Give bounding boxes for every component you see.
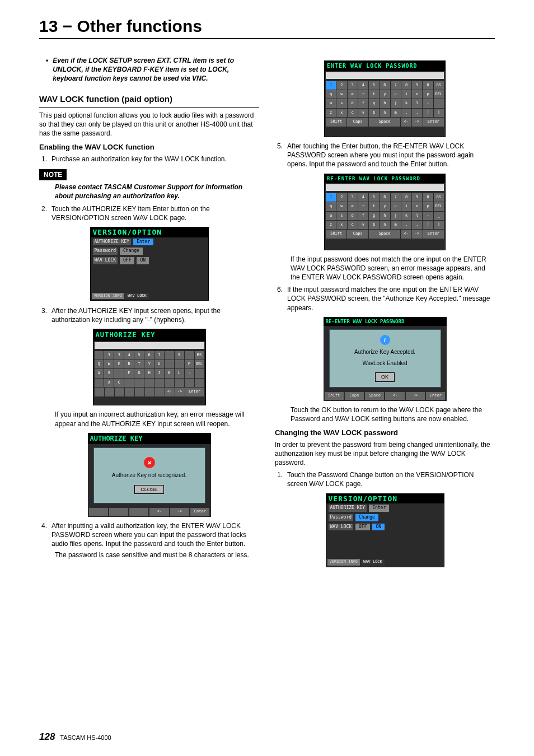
kb-key[interactable]: 3 bbox=[104, 351, 114, 360]
kb-key[interactable]: x bbox=[336, 221, 346, 229]
kb-key[interactable]: _ bbox=[434, 99, 444, 108]
kb-key[interactable] bbox=[185, 351, 194, 360]
kb-key[interactable]: DEL bbox=[434, 202, 444, 211]
kb-key[interactable]: Enter bbox=[423, 118, 444, 126]
kb-key[interactable]: m bbox=[391, 109, 401, 117]
kb-key[interactable]: T bbox=[134, 360, 144, 368]
kb-key[interactable] bbox=[125, 388, 134, 396]
kb-key[interactable]: o bbox=[412, 202, 422, 211]
kb-key[interactable]: - bbox=[185, 369, 194, 377]
kb-key[interactable]: j bbox=[391, 212, 401, 220]
kb-key[interactable]: Space bbox=[369, 230, 400, 238]
kb-key[interactable] bbox=[135, 388, 144, 396]
kb-key[interactable]: m bbox=[391, 221, 401, 229]
kb-key[interactable]: s bbox=[336, 212, 346, 220]
kb-key[interactable] bbox=[124, 379, 134, 387]
kb-key[interactable]: , bbox=[401, 109, 411, 117]
kb-key[interactable]: 9 bbox=[412, 81, 422, 90]
kb-key[interactable]: y bbox=[380, 90, 390, 99]
kb-key[interactable] bbox=[165, 379, 174, 387]
kb-input[interactable] bbox=[326, 72, 444, 79]
kb-key[interactable]: , bbox=[401, 221, 411, 229]
kb-key[interactable]: BS bbox=[434, 81, 444, 90]
kb-key[interactable]: - bbox=[423, 212, 433, 220]
kb-key[interactable]: . bbox=[412, 221, 422, 229]
enter-button[interactable]: Enter bbox=[133, 239, 153, 246]
kb-key[interactable]: BS bbox=[195, 351, 204, 360]
kb-key[interactable]: i bbox=[401, 90, 411, 99]
kb-key[interactable]: z bbox=[326, 109, 336, 117]
kb-key[interactable] bbox=[144, 379, 154, 387]
kb-key[interactable]: 6 bbox=[380, 193, 390, 202]
kb-key[interactable]: u bbox=[391, 90, 401, 99]
kb-key[interactable]: [ bbox=[423, 221, 433, 229]
kb-key[interactable] bbox=[195, 369, 204, 377]
kb-key[interactable]: 5 bbox=[369, 193, 379, 202]
kb-key[interactable]: f bbox=[358, 99, 368, 108]
kb-key[interactable]: w bbox=[336, 202, 346, 211]
kb-key[interactable]: p bbox=[423, 202, 433, 211]
kb-key[interactable]: <- bbox=[401, 118, 411, 126]
kb-key[interactable] bbox=[155, 388, 165, 396]
kb-key[interactable]: <- bbox=[401, 230, 411, 238]
on-button[interactable]: ON bbox=[137, 257, 149, 264]
close-button[interactable]: CLOSE bbox=[134, 485, 164, 494]
off-button[interactable]: OFF bbox=[120, 257, 134, 264]
kb-key[interactable]: 3 bbox=[114, 351, 124, 360]
kb-key[interactable]: l bbox=[412, 99, 422, 108]
kb-key[interactable]: 2 bbox=[336, 193, 346, 202]
kb-key[interactable]: k bbox=[401, 212, 411, 220]
kb-key[interactable] bbox=[114, 369, 124, 377]
kb-key[interactable]: 4 bbox=[358, 193, 368, 202]
kb-key[interactable]: ] bbox=[434, 109, 444, 117]
kb-key[interactable]: X bbox=[104, 379, 114, 387]
kb-key[interactable] bbox=[175, 360, 184, 368]
kb-key[interactable]: 8 bbox=[401, 81, 411, 90]
kb-key[interactable]: e bbox=[348, 202, 358, 211]
kb-key[interactable] bbox=[185, 379, 194, 387]
on-button[interactable]: ON bbox=[372, 524, 385, 531]
kb-key[interactable]: n bbox=[380, 109, 390, 117]
kb-key[interactable]: h bbox=[380, 99, 390, 108]
kb-key[interactable]: Q bbox=[95, 360, 104, 368]
kb-key[interactable]: 0 bbox=[423, 193, 433, 202]
tab-version-info[interactable]: VERSION INFO bbox=[92, 293, 125, 299]
kb-key[interactable]: b bbox=[369, 109, 379, 117]
kb-key[interactable]: [ bbox=[423, 109, 433, 117]
kb-key[interactable]: j bbox=[391, 99, 401, 108]
kb-key[interactable] bbox=[195, 379, 204, 387]
kb-key[interactable]: p bbox=[423, 90, 433, 99]
tab-version-info[interactable]: VERSION INFO bbox=[327, 559, 360, 565]
kb-key[interactable]: c bbox=[348, 221, 358, 229]
kb-key[interactable]: f bbox=[358, 212, 368, 220]
kb-key[interactable]: 7 bbox=[391, 193, 401, 202]
kb-key[interactable]: e bbox=[348, 90, 358, 99]
kb-key[interactable] bbox=[95, 388, 104, 396]
kb-key[interactable]: x bbox=[336, 109, 346, 117]
kb-key[interactable]: 9 bbox=[412, 193, 422, 202]
off-button[interactable]: OFF bbox=[355, 524, 370, 531]
kb-key[interactable]: K bbox=[165, 369, 174, 377]
kb-key[interactable]: b bbox=[369, 221, 379, 229]
kb-key[interactable]: J bbox=[154, 369, 164, 377]
kb-key[interactable]: z bbox=[326, 221, 336, 229]
kb-key[interactable]: H bbox=[144, 369, 154, 377]
kb-key[interactable]: Y bbox=[144, 360, 154, 368]
kb-key[interactable]: r bbox=[358, 90, 368, 99]
tab-wav-lock[interactable]: WAV LOCK bbox=[361, 559, 385, 565]
kb-key[interactable]: t bbox=[369, 90, 379, 99]
kb-key[interactable]: d bbox=[348, 212, 358, 220]
kb-key[interactable]: w bbox=[336, 90, 346, 99]
kb-key[interactable]: Caps bbox=[347, 118, 368, 126]
kb-key[interactable]: -> bbox=[412, 230, 423, 238]
kb-key[interactable] bbox=[154, 379, 164, 387]
kb-key[interactable]: 4 bbox=[124, 351, 134, 360]
kb-key[interactable]: a bbox=[326, 212, 336, 220]
kb-key[interactable]: C bbox=[114, 379, 124, 387]
kb-key[interactable]: ] bbox=[434, 221, 444, 229]
kb-key[interactable]: _ bbox=[434, 212, 444, 220]
kb-key[interactable]: BS bbox=[434, 193, 444, 202]
kb-key[interactable] bbox=[145, 388, 154, 396]
kb-key[interactable]: L bbox=[175, 369, 184, 377]
kb-key[interactable]: i bbox=[401, 202, 411, 211]
